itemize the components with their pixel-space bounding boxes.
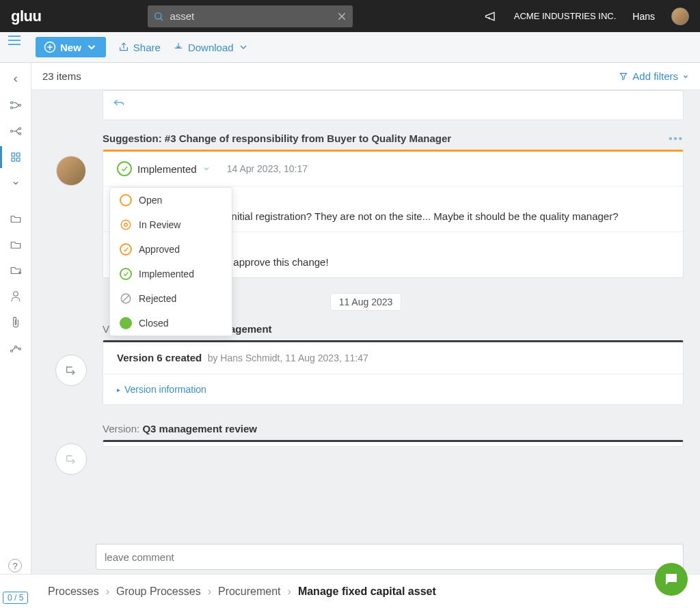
previous-card-tail [103,90,684,120]
search-field-wrap[interactable] [148,5,353,27]
sidebar-attachment-icon[interactable] [8,314,24,331]
svg-line-1 [161,18,163,20]
sidebar-folder-open-icon[interactable] [8,210,24,227]
announcement-icon[interactable] [484,10,498,23]
status-option-implemented[interactable]: Implemented [110,262,232,286]
chevron-down-icon [85,41,98,53]
sidebar [0,63,31,574]
more-menu-icon[interactable]: ••• [669,133,684,144]
status-option-in-review[interactable]: In Review [110,212,232,237]
svg-rect-17 [16,153,20,156]
svg-point-26 [121,220,131,230]
svg-point-27 [124,223,128,227]
implemented-icon [117,161,132,176]
reply-icon [113,98,125,110]
status-label: Implemented [137,163,197,175]
logo: gluu [11,8,41,25]
comment-input[interactable] [105,551,675,563]
svg-point-15 [18,133,21,135]
search-input[interactable] [164,10,336,22]
clear-search-icon[interactable] [336,11,347,22]
collapse-sidebar-icon[interactable] [8,71,24,87]
new-button[interactable]: New [36,37,106,57]
status-option-closed[interactable]: Closed [110,311,232,335]
version2-prefix: Version: [103,423,139,434]
svg-point-10 [10,102,12,104]
svg-line-29 [123,296,129,302]
chat-launcher[interactable] [655,563,688,596]
search-icon [153,11,164,22]
sidebar-process-icon[interactable] [8,97,24,113]
avatar[interactable] [671,8,689,25]
svg-point-22 [13,292,18,296]
user-name[interactable]: Hans [632,11,655,22]
sidebar-folder-icon[interactable] [8,236,24,253]
breadcrumb-item[interactable]: Procurement [218,585,281,598]
author-avatar [56,156,86,186]
download-button[interactable]: Download [173,42,249,53]
svg-rect-19 [16,158,20,161]
chevron-down-icon [202,165,211,173]
status-date: 14 Apr 2023, 10:17 [227,163,308,174]
sidebar-activity-icon[interactable] [8,149,24,165]
share-label: Share [133,42,161,53]
svg-point-14 [18,128,21,130]
svg-point-11 [10,107,12,109]
status-option-approved[interactable]: Approved [110,237,232,262]
version-information-link[interactable]: ▸ Version information [117,384,669,395]
progress-counter: 0 / 5 [3,592,28,604]
sidebar-expand-icon[interactable] [8,175,24,191]
svg-rect-16 [12,153,15,156]
new-button-label: New [60,42,81,53]
svg-rect-18 [12,158,15,161]
hamburger-menu-icon[interactable] [8,34,21,49]
status-dropdown-menu: Open In Review Approved Implemented Reje… [109,187,232,336]
topbar: gluu ACME INDUSTRIES INC. Hans [0,0,700,32]
topbar-right: ACME INDUSTRIES INC. Hans [484,8,689,25]
status-option-rejected[interactable]: Rejected [110,286,232,311]
sidebar-folder-add-icon[interactable] [8,262,24,279]
svg-point-0 [155,12,161,18]
breadcrumb-item[interactable]: Processes [48,585,99,598]
svg-point-13 [10,130,12,133]
breadcrumb: Processes › Group Processes › Procuremen… [0,574,700,608]
chevron-right-icon: › [208,585,211,598]
org-name: ACME INDUSTRIES INC. [514,11,617,21]
share-button[interactable]: Share [118,42,161,53]
version-node-icon [55,355,87,386]
breadcrumb-item[interactable]: Group Processes [116,585,201,598]
svg-point-25 [18,348,21,350]
version-block-2: Version: Q3 management review [103,423,684,447]
svg-point-23 [10,350,12,352]
version1-line-title: Version 6 created [117,352,202,363]
version1-line-by: by Hans Schmidt, 11 Aug 2023, 11:47 [208,353,368,363]
svg-point-12 [18,105,21,107]
chevron-right-icon: › [106,585,109,598]
chevron-down-icon [238,42,249,53]
download-label: Download [188,42,234,53]
version-node-icon [55,443,87,475]
version2-title: Q3 management review [142,423,257,434]
comment-box[interactable] [96,544,684,570]
chevron-right-icon: › [288,585,291,598]
sidebar-metrics-icon[interactable] [8,340,24,357]
breadcrumb-current: Manage fixed capital asset [298,585,436,598]
version-info-label: Version information [124,384,206,395]
suggestion-title: Suggestion: #3 Change of responsibility … [103,133,451,144]
sidebar-flow-icon[interactable] [8,123,24,139]
sidebar-person-icon[interactable] [8,288,24,305]
status-option-open[interactable]: Open [110,188,232,212]
toolbar: New Share Download [0,32,700,63]
date-separator-label: 11 Aug 2023 [330,293,402,311]
help-icon[interactable]: ? [8,559,22,572]
status-dropdown[interactable]: Implemented [117,161,211,176]
